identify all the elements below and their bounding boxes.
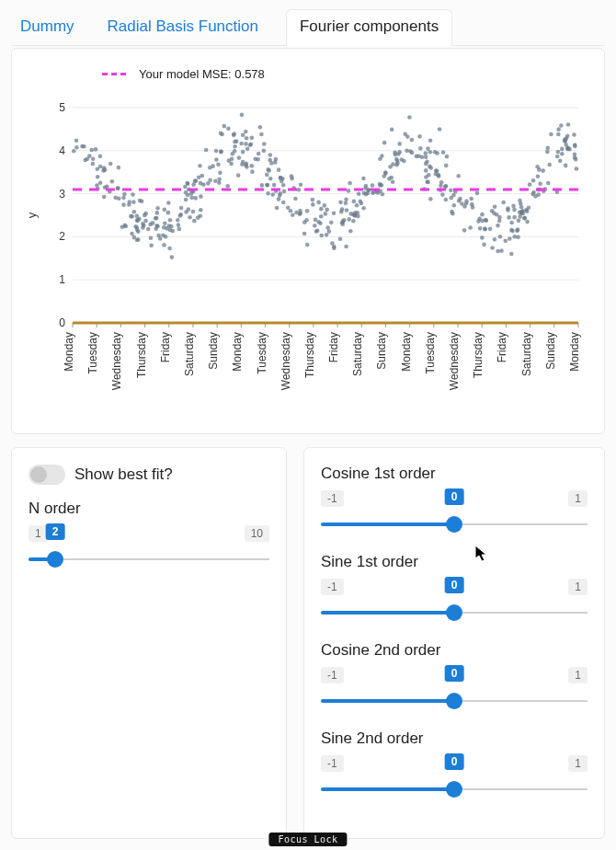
svg-point-79 <box>478 226 483 231</box>
tab-dummy[interactable]: Dummy <box>15 10 80 45</box>
best-fit-toggle[interactable] <box>29 465 65 485</box>
svg-point-496 <box>298 209 302 213</box>
svg-point-400 <box>399 157 404 162</box>
svg-point-90 <box>266 191 270 196</box>
svg-point-134 <box>324 212 328 216</box>
ctrl-cosine-2nd-order: Cosine 2nd order-110 <box>321 641 587 713</box>
svg-point-482 <box>169 224 174 229</box>
svg-point-507 <box>434 172 439 177</box>
svg-point-251 <box>204 148 209 153</box>
svg-point-432 <box>527 206 531 211</box>
svg-point-261 <box>338 201 343 205</box>
svg-point-371 <box>281 201 286 205</box>
sine-1st-order-slider[interactable] <box>321 601 587 625</box>
svg-point-324 <box>559 123 564 128</box>
svg-point-495 <box>522 216 527 221</box>
cosine-1st-order-value: 0 <box>445 488 464 505</box>
svg-text:Monday: Monday <box>231 332 244 372</box>
svg-text:Friday: Friday <box>496 332 508 362</box>
svg-point-427 <box>345 208 349 212</box>
svg-text:Sunday: Sunday <box>207 332 220 370</box>
n-order-min: 1 <box>29 525 48 542</box>
svg-point-504 <box>424 155 428 159</box>
svg-point-280 <box>91 162 96 167</box>
svg-point-551 <box>499 248 504 253</box>
sine-2nd-order-slider[interactable] <box>321 777 587 801</box>
sine-1st-order-max: 1 <box>568 579 587 595</box>
svg-point-105 <box>361 206 366 211</box>
svg-point-438 <box>219 149 223 154</box>
svg-point-154 <box>96 175 100 179</box>
svg-point-423 <box>519 205 524 210</box>
svg-point-164 <box>265 173 269 178</box>
svg-point-300 <box>199 181 203 186</box>
svg-point-181 <box>268 177 273 181</box>
svg-point-346 <box>530 192 535 197</box>
svg-point-520 <box>278 193 282 198</box>
cosine-2nd-order-value: 0 <box>445 665 464 682</box>
ctrl-sine-2nd-order: Sine 2nd order-110 <box>321 729 587 801</box>
svg-point-336 <box>163 208 167 212</box>
svg-point-478 <box>129 214 133 219</box>
svg-point-449 <box>323 203 327 208</box>
svg-point-321 <box>319 214 324 219</box>
svg-text:4: 4 <box>59 144 65 157</box>
svg-point-491 <box>311 202 315 207</box>
tab-fourier[interactable]: Fourier components <box>286 9 452 46</box>
cosine-1st-order-slider[interactable] <box>321 512 587 536</box>
svg-point-452 <box>560 152 565 156</box>
svg-point-503 <box>364 184 369 189</box>
svg-point-436 <box>351 219 356 224</box>
svg-point-450 <box>116 186 120 190</box>
svg-point-126 <box>250 164 255 168</box>
svg-point-204 <box>122 192 127 197</box>
svg-point-509 <box>250 136 255 141</box>
chart-plot: 012345yMondayTuesdayWednesdayThursdayFri… <box>19 65 589 424</box>
svg-point-269 <box>237 155 242 160</box>
n-order-slider[interactable] <box>29 547 269 571</box>
svg-point-145 <box>185 181 189 186</box>
svg-point-347 <box>390 128 394 132</box>
cosine-2nd-order-slider[interactable] <box>321 689 587 713</box>
svg-point-125 <box>218 171 222 176</box>
svg-point-463 <box>168 218 173 223</box>
svg-point-538 <box>155 206 160 211</box>
svg-point-422 <box>319 207 324 212</box>
svg-point-393 <box>394 163 399 167</box>
svg-point-461 <box>291 212 295 217</box>
svg-point-175 <box>490 246 495 250</box>
svg-point-405 <box>394 157 399 162</box>
svg-point-412 <box>417 134 422 139</box>
svg-point-299 <box>424 162 428 167</box>
svg-point-483 <box>520 212 525 216</box>
svg-point-397 <box>565 147 570 152</box>
svg-point-305 <box>272 183 277 188</box>
legend-swatch-model <box>102 73 126 75</box>
svg-point-203 <box>575 167 579 171</box>
svg-point-142 <box>191 210 196 214</box>
svg-point-296 <box>194 178 199 183</box>
svg-point-237 <box>299 182 303 187</box>
svg-point-311 <box>143 213 147 218</box>
svg-point-165 <box>208 166 212 170</box>
svg-text:2: 2 <box>59 230 65 243</box>
svg-point-516 <box>166 211 171 215</box>
svg-point-479 <box>426 146 430 151</box>
svg-point-533 <box>216 163 221 167</box>
svg-point-358 <box>279 176 283 180</box>
svg-point-351 <box>121 202 126 207</box>
svg-point-535 <box>305 209 310 213</box>
svg-point-368 <box>198 164 202 168</box>
svg-point-385 <box>103 167 108 172</box>
sine-2nd-order-value: 0 <box>445 753 464 770</box>
tabs: Dummy Radial Basis Function Fourier comp… <box>11 9 605 46</box>
svg-point-498 <box>338 236 343 241</box>
svg-text:1: 1 <box>59 273 65 286</box>
tab-rbf[interactable]: Radial Basis Function <box>102 10 264 45</box>
svg-point-419 <box>233 144 237 149</box>
svg-point-320 <box>545 145 550 150</box>
svg-point-337 <box>428 197 433 201</box>
svg-point-506 <box>506 208 510 212</box>
svg-text:y: y <box>25 212 39 218</box>
svg-point-349 <box>245 165 249 169</box>
